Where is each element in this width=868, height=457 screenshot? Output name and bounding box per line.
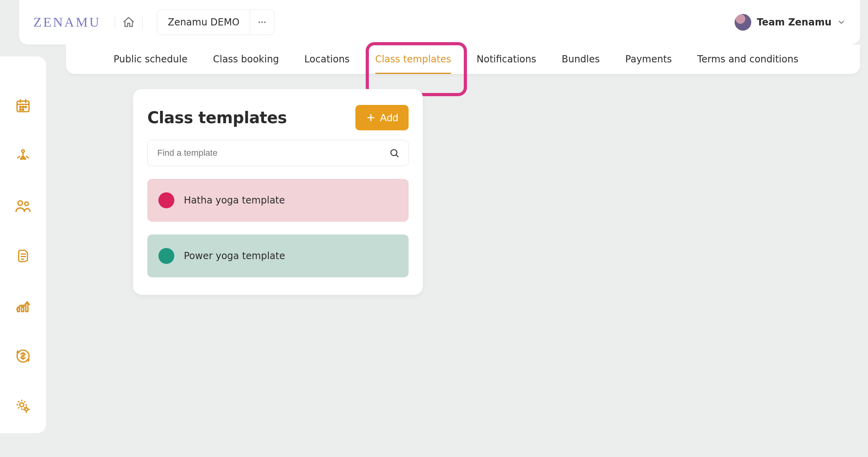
template-color-dot [158, 192, 174, 208]
calendar-icon [15, 98, 31, 114]
svg-point-14 [25, 202, 28, 205]
home-icon[interactable] [122, 16, 135, 29]
sidebar [0, 56, 46, 433]
plus-icon [366, 112, 376, 123]
document-icon [15, 248, 31, 263]
svg-point-10 [20, 109, 21, 110]
subnav: Public scheduleClass bookingLocationsCla… [66, 45, 860, 74]
tab-public-schedule[interactable]: Public schedule [114, 45, 187, 74]
tab-class-booking[interactable]: Class booking [213, 45, 279, 74]
tab-locations[interactable]: Locations [305, 45, 350, 74]
sidebar-item-analytics[interactable] [12, 295, 34, 317]
brand-logo[interactable]: ZENAMU [33, 15, 100, 30]
analytics-icon [15, 298, 31, 314]
templates-card: Class templates Add Hatha yoga templateP… [133, 89, 423, 295]
sidebar-item-people[interactable] [12, 195, 34, 217]
people-icon [15, 198, 31, 214]
add-button-label: Add [380, 112, 398, 124]
svg-point-22 [20, 403, 24, 407]
svg-point-0 [258, 21, 260, 23]
svg-point-23 [25, 408, 28, 411]
divider [142, 15, 143, 29]
search-icon[interactable] [389, 148, 399, 158]
tab-class-templates[interactable]: Class templates [375, 45, 451, 74]
add-button[interactable]: Add [355, 105, 409, 130]
template-name: Power yoga template [184, 250, 285, 261]
svg-line-27 [396, 155, 398, 157]
template-color-dot [158, 248, 174, 264]
svg-point-11 [22, 109, 23, 110]
svg-point-8 [22, 107, 23, 108]
avatar [735, 14, 751, 31]
svg-point-9 [25, 107, 26, 108]
tab-payments[interactable]: Payments [625, 45, 672, 74]
template-name: Hatha yoga template [184, 195, 285, 206]
settings-icon [15, 398, 31, 414]
chevron-down-icon [837, 18, 846, 27]
page-title: Class templates [147, 108, 287, 127]
org-selector[interactable]: Zenamu DEMO [157, 10, 274, 35]
svg-point-7 [20, 107, 21, 108]
svg-point-13 [18, 201, 22, 205]
template-item[interactable]: Power yoga template [147, 234, 409, 277]
template-item[interactable]: Hatha yoga template [147, 179, 409, 222]
more-icon[interactable] [250, 10, 274, 35]
topbar: ZENAMU Zenamu DEMO Team Zenamu [19, 0, 860, 45]
tab-terms-and-conditions[interactable]: Terms and conditions [697, 45, 799, 74]
sidebar-item-settings[interactable] [12, 395, 34, 417]
sidebar-item-document[interactable] [12, 245, 34, 267]
search-input[interactable] [156, 147, 389, 159]
svg-point-12 [22, 150, 25, 153]
svg-rect-18 [17, 308, 19, 312]
svg-rect-20 [26, 303, 28, 312]
sidebar-item-calendar[interactable] [12, 95, 34, 117]
user-menu[interactable]: Team Zenamu [735, 14, 846, 31]
sidebar-item-yoga[interactable] [12, 145, 34, 167]
sidebar-item-billing[interactable] [12, 345, 34, 367]
tab-notifications[interactable]: Notifications [476, 45, 536, 74]
billing-icon [15, 348, 31, 364]
svg-point-1 [261, 21, 263, 23]
org-name: Zenamu DEMO [157, 17, 250, 28]
tab-bundles[interactable]: Bundles [561, 45, 600, 74]
search-box[interactable] [147, 140, 409, 166]
svg-point-2 [264, 21, 266, 23]
svg-rect-19 [22, 305, 24, 312]
user-name: Team Zenamu [757, 17, 831, 28]
yoga-icon [15, 148, 31, 164]
divider [115, 15, 115, 29]
